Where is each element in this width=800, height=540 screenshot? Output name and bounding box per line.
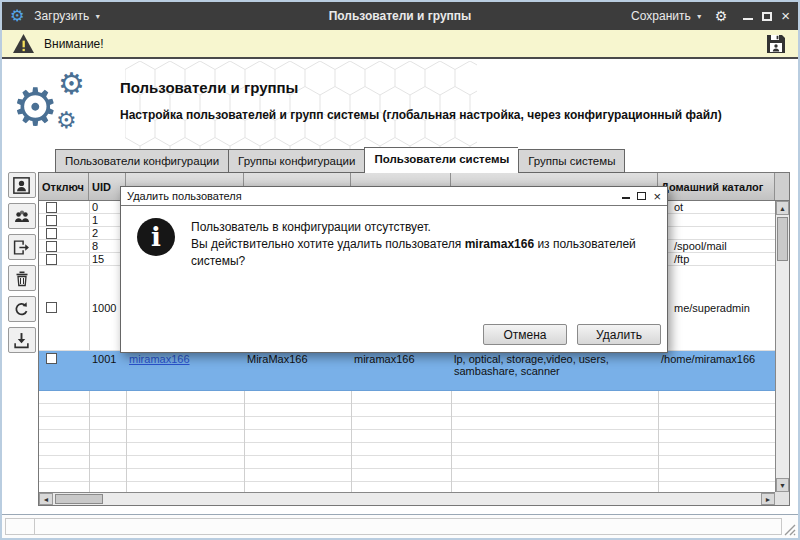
page-subtitle: Настройка пользователей и групп системы … — [120, 108, 785, 122]
download-icon — [13, 332, 30, 349]
add-user-icon — [13, 177, 30, 194]
app-gear-icon: ⚙ — [10, 8, 24, 24]
col-home[interactable]: Домашний каталог — [658, 173, 775, 200]
chevron-down-icon: ▼ — [94, 13, 101, 20]
home-dir-cell: /spool/mail — [658, 240, 775, 252]
home-dir-cell: ot — [658, 201, 775, 213]
export-icon — [13, 239, 30, 256]
tab-users-config[interactable]: Пользователи конфигурации — [55, 149, 228, 173]
save-menu-button[interactable]: Сохранить ▼ — [631, 9, 703, 23]
page-title: Пользователи и группы — [120, 79, 298, 96]
dialog-message: Пользователь в конфигурации отсутствует.… — [191, 218, 649, 270]
empty-rows — [39, 391, 775, 492]
home-dir-cell: me/superadmin — [658, 302, 775, 314]
refresh-button[interactable] — [8, 296, 36, 322]
group-cell: miramax166 — [351, 351, 451, 390]
horizontal-scrollbar[interactable]: ◄ ► — [39, 492, 775, 505]
titlebar: ⚙ Загрузить ▼ Пользователи и группы Сохр… — [2, 2, 798, 30]
tab-users-system[interactable]: Пользователи системы — [364, 147, 518, 173]
download-button[interactable] — [8, 327, 36, 353]
main-content: ⚙ ⚙ ⚙ Пользователи и группы Настройка по… — [2, 59, 798, 514]
home-dir-cell: /ftp — [658, 253, 775, 265]
cancel-button[interactable]: Отмена — [483, 324, 567, 345]
row-checkbox[interactable] — [46, 202, 57, 213]
side-toolbar — [5, 172, 38, 353]
scroll-left-button[interactable]: ◄ — [39, 493, 53, 505]
dialog-close-button[interactable]: × — [653, 192, 661, 201]
status-bar — [2, 514, 798, 538]
row-checkbox[interactable] — [46, 302, 57, 313]
dialog-message-line2: Вы действительно хотите удалить пользова… — [191, 236, 649, 270]
row-checkbox[interactable] — [46, 228, 57, 239]
titlebar-right: Сохранить ▼ ⚙ × — [631, 9, 790, 23]
window-title: Пользователи и группы — [329, 9, 472, 23]
status-area — [5, 518, 782, 535]
delete-button[interactable] — [8, 265, 36, 291]
header-corner — [775, 173, 789, 200]
export-button[interactable] — [8, 234, 36, 260]
module-gears-icon: ⚙ ⚙ ⚙ — [12, 69, 104, 145]
user-login-link[interactable]: miramax166 — [129, 353, 190, 365]
dialog-minimize-button[interactable] — [622, 192, 630, 200]
groups-button[interactable] — [8, 203, 36, 229]
status-divider — [34, 518, 35, 535]
dialog-message-line1: Пользователь в конфигурации отсутствует. — [191, 219, 649, 236]
full-name-cell: MiraMax166 — [244, 351, 351, 390]
row-checkbox[interactable] — [46, 254, 57, 265]
home-dir-cell — [658, 214, 775, 226]
scroll-right-button[interactable]: ► — [761, 493, 775, 505]
refresh-icon — [13, 301, 30, 318]
groups-cell: lp, optical, storage,video, users, samba… — [451, 351, 658, 390]
scrollbar-corner — [775, 492, 789, 505]
load-menu-label: Загрузить — [34, 9, 89, 23]
window-controls: × — [743, 11, 790, 21]
warning-bar: Внимание! — [2, 30, 798, 59]
vertical-scrollbar[interactable]: ▲ ▼ — [775, 201, 789, 492]
settings-gear-icon[interactable]: ⚙ — [715, 9, 728, 23]
scroll-up-button[interactable]: ▲ — [776, 201, 789, 215]
delete-user-dialog: Удалить пользователя × i Пользователь в … — [120, 186, 668, 353]
resize-grip-icon[interactable] — [783, 523, 796, 536]
row-checkbox[interactable] — [46, 353, 57, 364]
hexagon-pattern — [125, 61, 477, 153]
save-menu-label: Сохранить — [631, 9, 691, 23]
confirm-delete-button[interactable]: Удалить — [577, 324, 661, 345]
tab-groups-system[interactable]: Группы системы — [518, 149, 625, 173]
minimize-button[interactable] — [743, 11, 753, 21]
scroll-down-button[interactable]: ▼ — [776, 478, 789, 492]
dialog-controls: × — [622, 192, 661, 201]
app-window: ⚙ Загрузить ▼ Пользователи и группы Сохр… — [0, 0, 800, 540]
trash-icon — [14, 270, 30, 287]
chevron-down-icon: ▼ — [696, 13, 703, 20]
home-dir-cell — [658, 227, 775, 239]
users-group-icon — [13, 208, 31, 224]
info-icon: i — [137, 218, 175, 256]
dialog-maximize-button[interactable] — [637, 192, 646, 200]
dialog-body: i Пользователь в конфигурации отсутствуе… — [121, 206, 667, 270]
floppy-save-icon[interactable] — [764, 32, 788, 56]
selected-row[interactable]: 1001 miramax166 MiraMax166 miramax166 lp… — [39, 351, 775, 391]
vertical-scroll-thumb[interactable] — [777, 217, 788, 261]
col-disabled[interactable]: Отключ — [39, 173, 89, 200]
tab-bar: Пользователи конфигурации Группы конфигу… — [55, 147, 625, 173]
dialog-title: Удалить пользователя — [127, 190, 242, 202]
close-button[interactable]: × — [781, 11, 790, 21]
maximize-button[interactable] — [762, 12, 772, 21]
warning-text: Внимание! — [44, 37, 104, 51]
row-checkbox[interactable] — [46, 215, 57, 226]
dialog-titlebar[interactable]: Удалить пользователя × — [121, 187, 667, 206]
dialog-buttons: Отмена Удалить — [483, 324, 661, 345]
row-checkbox[interactable] — [46, 241, 57, 252]
load-menu-button[interactable]: Загрузить ▼ — [34, 9, 101, 23]
home-dir-cell: /home/miramax166 — [658, 351, 775, 390]
tab-groups-config[interactable]: Группы конфигурации — [228, 149, 364, 173]
horizontal-scroll-thumb[interactable] — [55, 494, 103, 504]
warning-triangle-icon — [12, 33, 35, 54]
add-user-button[interactable] — [8, 172, 36, 198]
uid-cell: 1001 — [89, 351, 126, 390]
